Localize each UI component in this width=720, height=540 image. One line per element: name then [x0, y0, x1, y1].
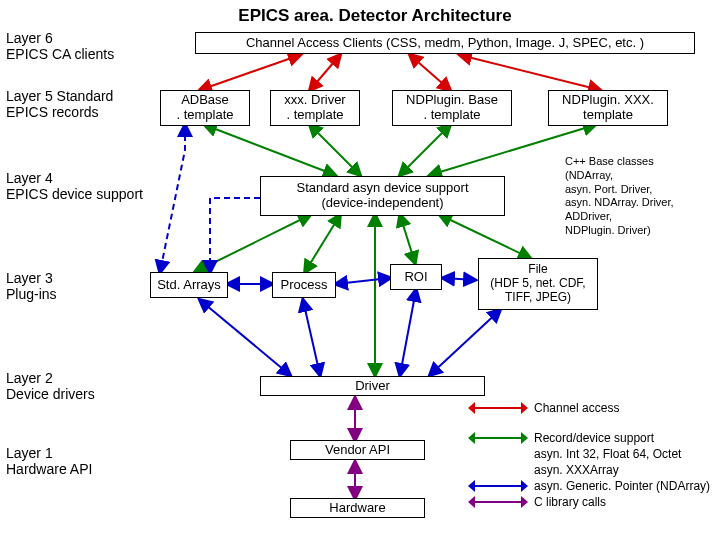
legend-rec3: asyn. XXXArray	[468, 462, 718, 478]
legend-arrow-blue	[468, 480, 528, 492]
legend-clib: C library calls	[468, 494, 718, 510]
asyn-support-box: Standard asyn device support(device-inde…	[260, 176, 505, 216]
vendor-api-box: Vendor API	[290, 440, 425, 460]
roi-box: ROI	[390, 264, 442, 290]
adbase-box: ADBase. template	[160, 90, 250, 126]
ca-clients-box: Channel Access Clients (CSS, medm, Pytho…	[195, 32, 695, 54]
svg-line-4	[205, 125, 335, 175]
legend: Channel access Record/device support asy…	[468, 400, 718, 510]
diagram-title: EPICS area. Detector Architecture	[200, 6, 550, 26]
driver-box: Driver	[260, 376, 485, 396]
legend-gp: asyn. Generic. Pointer (NDArray)	[468, 478, 718, 494]
svg-line-11	[440, 215, 530, 258]
svg-line-9	[305, 215, 340, 272]
stdarrays-box: Std. Arrays	[150, 272, 228, 298]
svg-line-14	[303, 300, 320, 375]
svg-line-5	[310, 125, 360, 175]
process-box: Process	[272, 272, 336, 298]
legend-rec2: asyn. Int 32, Float 64, Octet	[468, 446, 718, 462]
ndpluginxxx-box: NDPlugin. XXX.template	[548, 90, 668, 126]
layer1-label: Layer 1Hardware API	[6, 445, 146, 477]
svg-line-3	[460, 55, 600, 90]
svg-line-8	[195, 215, 310, 272]
layer2-label: Layer 2Device drivers	[6, 370, 146, 402]
base-classes-annotation: C++ Base classes(NDArray,asyn. Port. Dri…	[565, 155, 715, 238]
svg-line-13	[200, 300, 290, 375]
layer4-label: Layer 4EPICS device support	[6, 170, 146, 202]
svg-line-10	[400, 215, 415, 263]
layer6-label: Layer 6EPICS CA clients	[6, 30, 146, 62]
svg-line-16	[430, 310, 500, 375]
legend-arrow-purple	[468, 496, 528, 508]
legend-rec-label: Record/device support	[534, 431, 654, 446]
legend-gp-label: asyn. Generic. Pointer (NDArray)	[534, 479, 710, 494]
svg-line-18	[336, 278, 390, 284]
legend-clib-label: C library calls	[534, 495, 606, 510]
svg-line-0	[200, 55, 300, 90]
file-box: File(HDF 5, net. CDF,TIFF, JPEG)	[478, 258, 598, 310]
svg-line-6	[400, 125, 450, 175]
legend-arrow-red	[468, 402, 528, 414]
xxxdriver-box: xxx. Driver. template	[270, 90, 360, 126]
layer5-label: Layer 5 Standard EPICS records	[6, 88, 146, 120]
ndpluginbase-box: NDPlugin. Base. template	[392, 90, 512, 126]
hardware-box: Hardware	[290, 498, 425, 518]
legend-ca: Channel access	[468, 400, 718, 416]
svg-line-2	[410, 55, 450, 90]
svg-line-15	[400, 290, 416, 375]
legend-rec: Record/device support	[468, 430, 718, 446]
legend-arrow-green	[468, 432, 528, 444]
layer3-label: Layer 3Plug-ins	[6, 270, 146, 302]
svg-line-19	[443, 278, 475, 280]
legend-ca-label: Channel access	[534, 401, 619, 416]
svg-line-1	[310, 55, 340, 90]
